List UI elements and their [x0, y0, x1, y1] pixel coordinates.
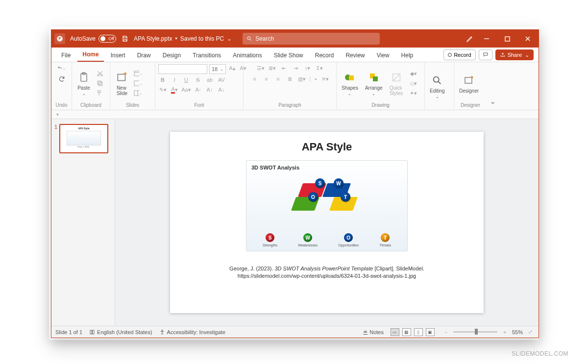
undo-button[interactable]: ⌄	[57, 64, 66, 72]
layout-button[interactable]: ⌄	[134, 70, 143, 77]
pen-icon[interactable]	[466, 35, 474, 43]
zoom-out-button[interactable]: −	[441, 328, 450, 336]
slide-counter[interactable]: Slide 1 of 1	[55, 329, 82, 335]
tab-home[interactable]: Home	[77, 48, 103, 62]
tab-transitions[interactable]: Transitions	[188, 49, 226, 62]
notes-button[interactable]: ≐Notes	[363, 329, 384, 335]
normal-view-button[interactable]: ▭	[391, 328, 399, 336]
italic-button[interactable]: I	[170, 76, 179, 84]
zoom-in-button[interactable]: +	[500, 328, 509, 336]
slideshow-view-button[interactable]: ▣	[426, 328, 435, 336]
reset-button[interactable]: ⌄	[134, 79, 143, 87]
editing-button[interactable]: Editing⌄	[428, 73, 447, 100]
shape-effects-button[interactable]: ✦▾	[409, 89, 418, 97]
font-family-combo[interactable]	[158, 64, 207, 74]
columns-button[interactable]: ▥▾	[297, 75, 306, 83]
close-button[interactable]	[520, 32, 536, 46]
tab-animations[interactable]: Animations	[228, 49, 267, 62]
align-left-button[interactable]: ≡	[250, 75, 259, 83]
font-size-combo[interactable]: 18⌄	[209, 64, 226, 74]
tab-file[interactable]: File	[56, 49, 75, 62]
font-color-button[interactable]: A▾	[170, 86, 179, 94]
increase-font-button[interactable]: A▴	[228, 64, 237, 72]
highlight-button[interactable]: ✎▾	[158, 86, 167, 94]
tab-view[interactable]: View	[372, 49, 394, 62]
slide-thumbnails-panel[interactable]: 1 APA Style George, J. (2023)…	[51, 119, 115, 326]
arrange-button[interactable]: Arrange⌄	[363, 70, 385, 97]
sorter-view-button[interactable]: ▦	[402, 328, 411, 336]
chevron-down-icon[interactable]: ⌄	[227, 35, 232, 42]
align-text-button[interactable]: ⎸▾	[309, 75, 318, 83]
align-center-button[interactable]: ≡	[262, 75, 271, 83]
slide-thumbnail-1[interactable]: APA Style George, J. (2023)…	[59, 124, 108, 153]
new-slide-button[interactable]: New Slide	[113, 70, 131, 97]
indent-inc-button[interactable]: ⇥	[292, 64, 300, 72]
group-drawing-label: Drawing	[340, 102, 421, 109]
smartart-button[interactable]: ⤧▾	[321, 75, 330, 83]
bullets-button[interactable]: ☰▾	[256, 64, 265, 72]
char-spacing-button[interactable]: AV	[217, 76, 226, 84]
copy-button[interactable]	[96, 79, 104, 87]
text-direction-button[interactable]: ↧▾	[315, 64, 324, 72]
powerpoint-logo-icon: P	[54, 33, 65, 44]
maximize-button[interactable]	[499, 32, 515, 46]
underline-button[interactable]: U	[182, 76, 191, 84]
shadow-button[interactable]: ab	[205, 76, 214, 84]
shapes-button[interactable]: Shapes⌄	[340, 70, 360, 97]
paste-button[interactable]: Paste⌄	[75, 70, 93, 97]
shape-outline-button[interactable]: ◇▾	[409, 79, 418, 87]
strike-button[interactable]: S	[194, 76, 202, 84]
svg-rect-18	[349, 75, 354, 80]
quick-styles-button[interactable]: Quick Styles	[388, 70, 405, 97]
autosave-toggle[interactable]: AutoSave Off	[70, 35, 116, 43]
section-button[interactable]: ⌄	[134, 89, 143, 97]
minimize-button[interactable]	[479, 32, 494, 46]
slide-canvas-area[interactable]: APA Style 3D SWOT Analysis S W O T SStre…	[115, 119, 539, 326]
grow-font-button[interactable]: A↑	[205, 86, 214, 94]
tab-record[interactable]: Record	[310, 49, 339, 62]
accessibility-button[interactable]: Accessibility: Investigate	[159, 329, 225, 335]
svg-rect-10	[98, 81, 101, 84]
format-painter-button[interactable]	[96, 89, 104, 97]
change-case-button[interactable]: Aa▾	[182, 86, 191, 94]
toggle-switch-icon[interactable]: Off	[98, 35, 116, 43]
designer-button[interactable]: Designer	[457, 73, 481, 95]
tab-help[interactable]: Help	[396, 49, 418, 62]
justify-button[interactable]: ≣	[286, 75, 294, 83]
line-spacing-button[interactable]: ↕▾	[303, 64, 312, 72]
save-icon[interactable]	[121, 35, 129, 43]
share-button[interactable]: Share⌄	[495, 49, 534, 60]
search-input[interactable]: Search	[243, 33, 380, 45]
record-button[interactable]: Record	[443, 49, 475, 60]
slide-1[interactable]: APA Style 3D SWOT Analysis S W O T SStre…	[170, 132, 484, 313]
shape-fill-button[interactable]: ◆▾	[409, 70, 418, 77]
clear-format-button[interactable]: A◦	[194, 86, 202, 94]
fit-to-window-button[interactable]: ⤢	[526, 328, 535, 336]
redo-button[interactable]	[57, 75, 66, 83]
citation-text[interactable]: George, J. (2023). 3D SWOT Analysis Powe…	[229, 265, 424, 280]
language-button[interactable]: English (United States)	[89, 329, 152, 335]
tab-design[interactable]: Design	[158, 49, 186, 62]
bold-button[interactable]: B	[158, 76, 167, 84]
zoom-percent[interactable]: 55%	[512, 329, 523, 335]
zoom-slider[interactable]	[453, 331, 497, 333]
shrink-font-button[interactable]: A↓	[217, 86, 226, 94]
numbering-button[interactable]: ≣▾	[268, 64, 277, 72]
chevron-down-icon[interactable]: ⌄	[525, 52, 529, 58]
swot-image[interactable]: 3D SWOT Analysis S W O T SStrengths WWea…	[246, 160, 408, 251]
slide-title[interactable]: APA Style	[302, 141, 352, 153]
qat-overflow-icon[interactable]: ▾	[56, 112, 59, 117]
svg-rect-9	[99, 82, 102, 86]
tab-review[interactable]: Review	[341, 49, 369, 62]
cut-button[interactable]	[96, 70, 104, 77]
reading-view-button[interactable]: ▯	[414, 328, 423, 336]
align-right-button[interactable]: ≡	[274, 75, 283, 83]
indent-dec-button[interactable]: ⇤	[280, 64, 289, 72]
tab-insert[interactable]: Insert	[106, 49, 130, 62]
document-title[interactable]: APA Style.pptx • Saved to this PC ⌄	[134, 35, 232, 42]
tab-draw[interactable]: Draw	[132, 49, 156, 62]
tab-slideshow[interactable]: Slide Show	[269, 49, 308, 62]
collapse-ribbon-button[interactable]: ⌄	[487, 62, 498, 110]
zoom-control[interactable]: − + 55% ⤢	[441, 328, 535, 336]
comments-button[interactable]	[479, 49, 492, 60]
